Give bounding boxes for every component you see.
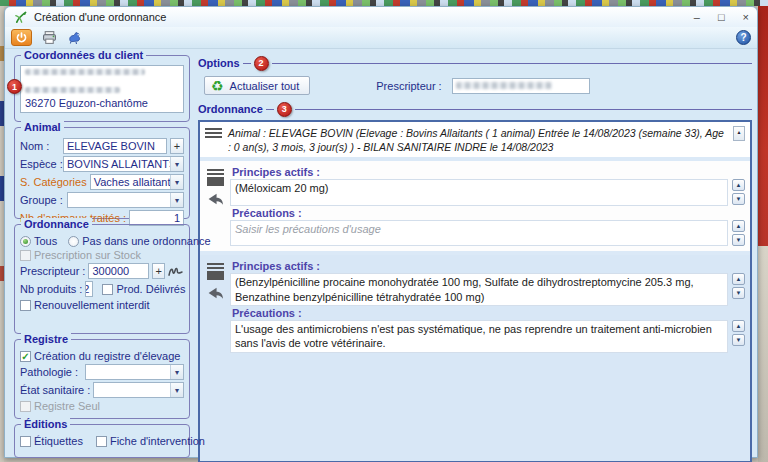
nom-label: Nom : (20, 140, 60, 152)
spin-up-button[interactable]: ▲ (732, 220, 745, 232)
ordonnance-box: Animal : ELEVAGE BOVIN (Elevage : Bovins… (198, 120, 752, 462)
nom-input[interactable]: ELEVAGE BOVIN (63, 138, 167, 154)
left-panel: Coordonnées du client 36270 Eguzon-chant… (14, 55, 190, 462)
checkbox-creation-registre[interactable]: ✓ (20, 351, 31, 362)
nb-produits-input[interactable]: 2 (85, 281, 93, 297)
add-prescripteur-button[interactable]: + (152, 263, 166, 279)
precautions-textarea[interactable]: Saisir les précautions d'usage (230, 220, 728, 246)
groupe-select[interactable]: ▾ (67, 192, 184, 208)
radio-pas-label: Pas dans une ordonnance (82, 235, 210, 247)
drag-handle-icon[interactable] (207, 169, 224, 186)
etat-sanitaire-select[interactable]: ▾ (93, 382, 184, 398)
options-header: Options 2 (198, 55, 752, 71)
undo-arrow-icon[interactable] (207, 193, 224, 206)
options-prescripteur-label: Prescripteur : (376, 80, 441, 92)
print-button[interactable] (40, 29, 58, 46)
precautions-textarea[interactable]: L'usage des antimicrobiens n'est pas sys… (230, 320, 728, 353)
desktop-right-strip (758, 6, 768, 246)
group-ordonnance: Ordonnance Tous Pas dans une ordonnance … (14, 224, 190, 334)
options-prescripteur-input[interactable] (452, 78, 590, 94)
ordonnance-title: Ordonnance (198, 103, 263, 115)
precautions-label: Précautions : (232, 307, 745, 319)
precautions-label: Précautions : (232, 207, 745, 219)
spin-up-button[interactable]: ▲ (732, 179, 745, 191)
divider (272, 63, 752, 64)
checkbox-registre-seul[interactable] (20, 401, 31, 412)
radio-tous[interactable] (20, 236, 31, 247)
checkbox-renouvellement[interactable] (20, 300, 31, 311)
pathologie-select[interactable]: ▾ (85, 364, 184, 380)
maximize-button[interactable]: □ (718, 12, 725, 23)
ordonnance-header: Ordonnance 3 (198, 101, 752, 117)
product-block-1: Principes actifs : (Méloxicam 20 mg) ▲ ▼… (200, 161, 750, 251)
divider (243, 63, 251, 64)
principes-textarea[interactable]: (Méloxicam 20 mg) (230, 179, 728, 206)
step-badge-2: 2 (254, 56, 269, 71)
spin-up-button[interactable]: ▲ (732, 273, 745, 285)
group-ordonnance-title: Ordonnance (21, 218, 92, 230)
spin-down-button[interactable]: ▼ (732, 193, 745, 205)
actualiser-tout-button[interactable]: ♻ Actualiser tout (204, 76, 310, 95)
prescripteur-label: Prescripteur : (20, 265, 85, 277)
power-icon (16, 32, 27, 43)
undo-arrow-icon[interactable] (207, 287, 224, 300)
group-registre-title: Registre (21, 333, 71, 345)
client-address-box[interactable]: 36270 Eguzon-chantôme (20, 65, 184, 113)
scategories-label: S. Catégories (20, 176, 87, 188)
pathologie-label: Pathologie : (20, 366, 82, 378)
signature-icon[interactable] (168, 265, 184, 278)
app-icon (11, 9, 29, 26)
checkbox-etiquettes[interactable] (20, 436, 31, 447)
help-button[interactable]: ? (736, 30, 751, 45)
minimize-button[interactable]: – (694, 12, 700, 23)
titlebar[interactable]: Création d'une ordonnance – □ × (5, 7, 757, 27)
spin-up-button[interactable]: ▲ (732, 320, 745, 332)
group-editions-title: Éditions (21, 418, 70, 430)
toolbar: ? (5, 27, 757, 49)
prod-delivres-label: Prod. Délivrés (116, 283, 185, 295)
spinner: ▲ ▼ (732, 220, 745, 246)
animal-row[interactable]: Animal : ELEVAGE BOVIN (Elevage : Bovins… (200, 122, 750, 157)
options-row: ♻ Actualiser tout Prescripteur : (204, 76, 752, 95)
checkbox-prod-delivres[interactable] (102, 284, 113, 295)
desktop-right-strip-lower (758, 246, 768, 462)
drag-handle-icon[interactable] (207, 263, 224, 280)
spin-down-button[interactable]: ▼ (732, 234, 745, 246)
add-animal-button[interactable]: + (170, 138, 184, 154)
drag-handle-icon[interactable] (205, 128, 222, 138)
principes-label: Principes actifs : (232, 260, 745, 272)
checkbox-fiche-intervention[interactable] (96, 436, 107, 447)
checkbox-prescription-stock[interactable] (20, 250, 31, 261)
radio-tous-label: Tous (34, 235, 57, 247)
spin-down-button[interactable]: ▼ (732, 334, 745, 346)
espece-select[interactable]: BOVINS ALLAITANTS ▾ (63, 156, 184, 172)
group-registre: Registre ✓ Création du registre d'élevag… (14, 339, 190, 419)
right-panel: Options 2 ♻ Actualiser tout Prescripteur… (198, 55, 752, 462)
window-title: Création d'une ordonnance (34, 11, 166, 23)
prescripteur-code-input[interactable]: 300000 (88, 263, 148, 279)
block-gutter (204, 259, 226, 456)
client-city: 36270 Eguzon-chantôme (25, 97, 179, 109)
principes-label: Principes actifs : (232, 166, 745, 178)
exit-button[interactable] (11, 29, 32, 46)
radio-pas-ordonnance[interactable] (68, 236, 79, 247)
scategories-select[interactable]: Vaches allaitantes et pré ▾ (90, 174, 184, 190)
step-badge-3: 3 (277, 102, 292, 117)
close-button[interactable]: × (743, 12, 749, 23)
dog-icon (67, 30, 83, 45)
animal-row-spinner[interactable]: ▲ (733, 126, 745, 141)
group-client-title: Coordonnées du client (21, 49, 146, 61)
group-client: Coordonnées du client 36270 Eguzon-chant… (14, 55, 190, 122)
animal-transfer-button[interactable] (66, 29, 84, 46)
step-badge-1: 1 (7, 79, 22, 94)
spinner: ▲ ▼ (732, 273, 745, 299)
groupe-label: Groupe : (20, 194, 64, 206)
spinner: ▲ ▼ (732, 179, 745, 205)
check-icon: ✓ (21, 352, 29, 362)
spin-down-button[interactable]: ▼ (732, 287, 745, 299)
principes-textarea[interactable]: (Benzylpénicilline procaine monohydratée… (230, 273, 728, 306)
group-editions: Éditions Étiquettes Fiche d'intervention (14, 424, 190, 458)
prescription-stock-label: Prescription sur Stock (34, 249, 141, 261)
refresh-icon: ♻ (211, 79, 224, 93)
chevron-down-icon: ▾ (170, 175, 183, 189)
